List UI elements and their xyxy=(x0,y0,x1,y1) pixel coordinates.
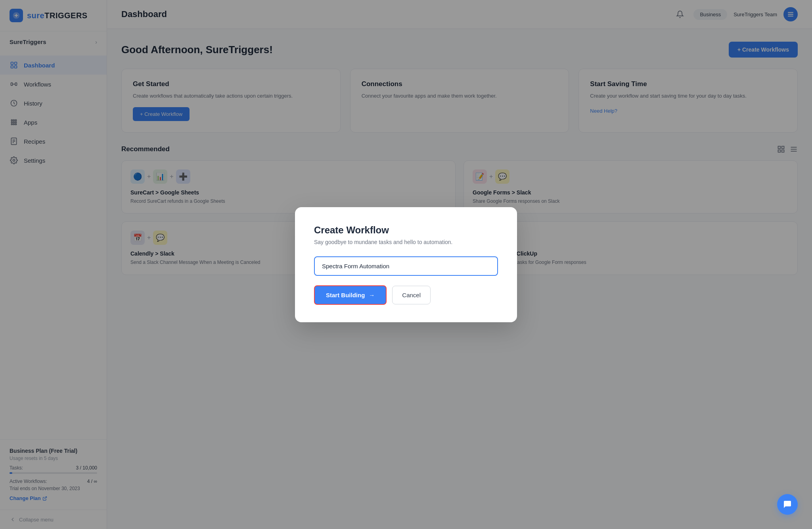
modal-actions: Start Building → Cancel xyxy=(314,285,498,305)
create-workflow-modal: Create Workflow Say goodbye to mundane t… xyxy=(295,207,517,322)
chat-support-button[interactable] xyxy=(777,494,798,515)
modal-overlay[interactable]: Create Workflow Say goodbye to mundane t… xyxy=(0,0,812,529)
start-building-button[interactable]: Start Building → xyxy=(314,285,387,305)
modal-title: Create Workflow xyxy=(314,225,498,236)
workflow-name-input[interactable] xyxy=(314,256,498,276)
cancel-button[interactable]: Cancel xyxy=(392,286,431,304)
arrow-right-icon: → xyxy=(369,292,375,298)
modal-subtitle: Say goodbye to mundane tasks and hello t… xyxy=(314,239,498,245)
